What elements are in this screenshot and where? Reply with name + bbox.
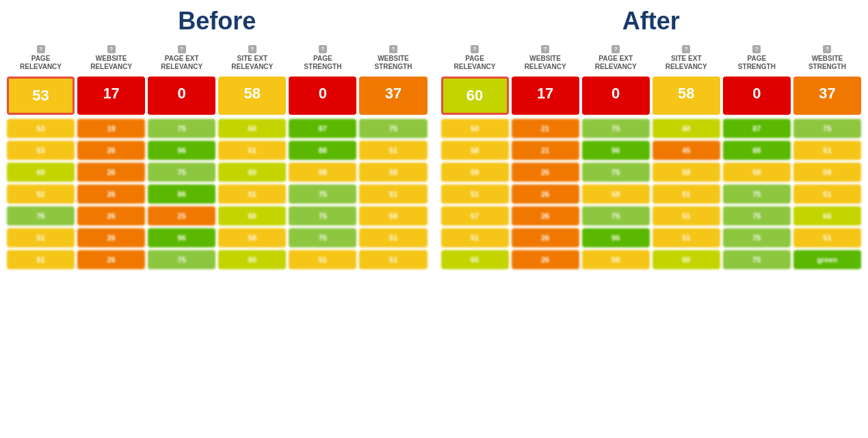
header-icon: ? [178,45,186,53]
main-container: Before ?PAGERELEVANCY?WEBSITERELEVANCY?P… [7,7,861,269]
header-icon: ? [107,45,116,53]
data-cell: 26 [77,228,145,247]
data-cell: 51 [359,250,427,269]
header-icon: ? [248,45,257,53]
data-cell: 60 [653,250,720,269]
before-title: Before [7,7,428,36]
top-row-cell: 0 [148,77,215,115]
data-cell: 60 [218,250,286,269]
data-cell: green [793,250,861,269]
data-cell: 26 [512,228,579,247]
data-cell: 51 [289,250,356,269]
before-section: Before ?PAGERELEVANCY?WEBSITERELEVANCY?P… [7,7,428,269]
data-cell: 75 [289,206,356,225]
data-cell: 21 [512,119,579,138]
data-cell: 26 [512,184,579,204]
data-cell: 26 [77,206,145,225]
col-header: ?WEBSITERELEVANCY [512,44,579,72]
col-header: ?WEBSITERELEVANCY [77,44,145,72]
data-cell: 45 [653,141,720,160]
data-cell: 51 [793,228,861,247]
data-cell: 75 [793,119,861,138]
data-cell: 58 [723,163,791,182]
header-icon: ? [752,45,761,53]
data-cell: 75 [582,163,650,182]
data-cell: 51 [793,184,861,204]
data-cell: 26 [77,250,145,269]
top-row-cell: 60 [441,77,509,115]
col-header: ?PAGE EXTRELEVANCY [582,44,650,72]
header-icon: ? [37,45,45,53]
data-cell: 51 [441,228,509,247]
col-header: ?WEBSITESTRENGTH [359,44,427,72]
header-icon: ? [611,45,620,53]
after-title: After [441,7,862,36]
data-cell: 75 [723,184,791,204]
top-row-cell: 58 [218,77,286,115]
data-cell: 51 [359,184,427,204]
data-cell: 51 [359,141,427,160]
data-cell: 51 [7,228,75,247]
data-cell: 59 [441,163,509,182]
data-cell: 57 [441,206,509,225]
top-row-cell: 17 [77,77,145,115]
data-cell: 19 [77,119,145,138]
data-cell: 65 [441,250,509,269]
top-row-cell: 0 [582,77,650,115]
data-cell: 58 [359,163,427,182]
col-header: ?PAGE EXTRELEVANCY [148,44,215,72]
data-cell: 58 [793,163,861,182]
data-cell: 26 [512,206,579,225]
data-cell: 75 [148,163,215,182]
data-cell: 50 [441,119,509,138]
data-cell: 75 [582,119,650,138]
data-cell: 58 [441,141,509,160]
data-cell: 66 [793,206,861,225]
data-cell: 96 [148,228,215,247]
data-cell: 75 [723,228,791,247]
data-cell: 75 [148,119,215,138]
data-cell: 51 [7,250,75,269]
top-row-cell: 17 [512,77,579,115]
data-cell: 51 [653,184,720,204]
top-row-cell: 0 [289,77,356,115]
data-cell: 75 [359,119,427,138]
data-cell: 51 [359,228,427,247]
before-col-headers: ?PAGERELEVANCY?WEBSITERELEVANCY?PAGE EXT… [7,44,428,72]
data-cell: 60 [218,163,286,182]
data-cell: 75 [582,206,650,225]
data-cell: 75 [148,250,215,269]
col-header: ?PAGERELEVANCY [7,44,75,72]
data-cell: 26 [512,163,579,182]
data-cell: 51 [653,206,720,225]
data-cell: 75 [723,206,791,225]
col-header: ?PAGERELEVANCY [441,44,509,72]
top-row-cell: 53 [7,77,75,115]
data-cell: 96 [582,141,650,160]
header-icon: ? [823,45,831,53]
data-cell: 50 [582,250,650,269]
data-cell: 26 [77,184,145,204]
data-cell: 51 [653,228,720,247]
top-row-cell: 37 [793,77,861,115]
top-row-cell: 58 [653,77,720,115]
header-icon: ? [319,45,327,53]
data-cell: 51 [793,141,861,160]
data-cell: 53 [7,119,75,138]
data-cell: 51 [218,141,286,160]
data-cell: 75 [289,228,356,247]
data-cell: 96 [148,141,215,160]
after-col-headers: ?PAGERELEVANCY?WEBSITERELEVANCY?PAGE EXT… [441,44,862,72]
data-cell: 76 [7,206,75,225]
data-cell: 26 [77,163,145,182]
data-cell: 60 [653,119,720,138]
data-cell: 60 [218,206,286,225]
data-cell: 58 [289,163,356,182]
data-cell: 75 [723,250,791,269]
data-cell: 60 [7,163,75,182]
col-header: ?PAGESTRENGTH [289,44,356,72]
data-cell: 26 [512,250,579,269]
data-cell: 58 [359,206,427,225]
data-cell: 50 [582,184,650,204]
after-top-row: 6017058037 [441,77,862,115]
